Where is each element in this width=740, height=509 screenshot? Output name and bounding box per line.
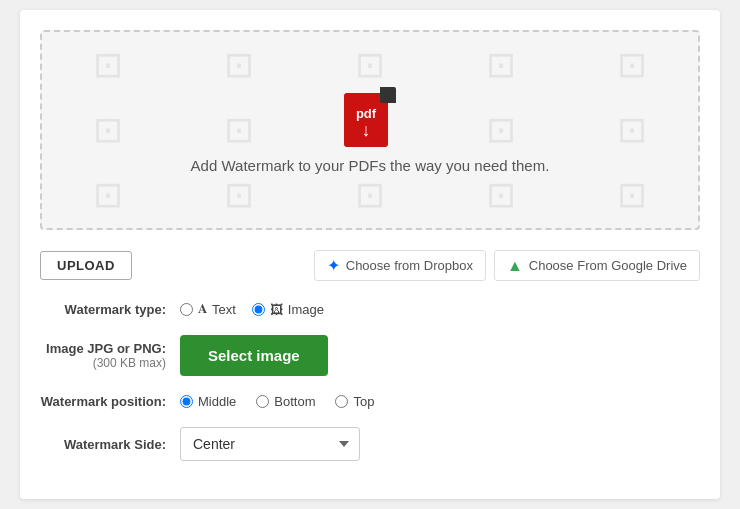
image-icon: 🖼: [270, 302, 283, 317]
watermark-type-image-label: Image: [288, 302, 324, 317]
watermark-type-text-radio[interactable]: [180, 303, 193, 316]
pdf-fold: [380, 87, 396, 103]
watermark-position-row: Watermark position: Middle Bottom Top: [40, 394, 700, 409]
dropbox-button[interactable]: ✦ Choose from Dropbox: [314, 250, 486, 281]
watermark-side-select[interactable]: Center Left Right: [180, 427, 360, 461]
image-jpg-png-row: Image JPG or PNG: (300 KB max) Select im…: [40, 335, 700, 376]
text-icon: 𝐀: [198, 301, 207, 317]
main-container: ⊡ ⊡ ⊡ ⊡ ⊡ ⊡ ⊡ ⊡ ⊡ ⊡ ⊡ ⊡ ⊡ ⊡ ⊡ pdf ↓: [20, 10, 720, 499]
position-bottom-radio[interactable]: [256, 395, 269, 408]
watermark-type-row: Watermark type: 𝐀 Text 🖼 Image: [40, 301, 700, 317]
position-middle[interactable]: Middle: [180, 394, 236, 409]
form-section: Watermark type: 𝐀 Text 🖼 Image Image JPG…: [20, 293, 720, 499]
cloud-buttons: ✦ Choose from Dropbox ▲ Choose From Goog…: [314, 250, 700, 281]
position-top-radio[interactable]: [335, 395, 348, 408]
watermark-type-image-option[interactable]: 🖼 Image: [252, 302, 324, 317]
watermark-type-image-radio[interactable]: [252, 303, 265, 316]
gdrive-icon: ▲: [507, 257, 523, 275]
watermark-type-label: Watermark type:: [40, 302, 180, 317]
gdrive-button[interactable]: ▲ Choose From Google Drive: [494, 250, 700, 281]
watermark-side-label: Watermark Side:: [40, 437, 180, 452]
upload-button[interactable]: UPLOAD: [40, 251, 132, 280]
dropzone[interactable]: ⊡ ⊡ ⊡ ⊡ ⊡ ⊡ ⊡ ⊡ ⊡ ⊡ ⊡ ⊡ ⊡ ⊡ ⊡ pdf ↓: [40, 30, 700, 230]
watermark-side-select-wrapper: Center Left Right: [180, 427, 360, 461]
bg-icon-6: ⊡: [42, 97, 173, 162]
watermark-position-label: Watermark position:: [40, 394, 180, 409]
bg-icon-10: ⊡: [567, 97, 698, 162]
position-top[interactable]: Top: [335, 394, 374, 409]
position-top-label: Top: [353, 394, 374, 409]
image-jpg-png-label: Image JPG or PNG: (300 KB max): [40, 341, 180, 370]
dropbox-icon: ✦: [327, 256, 340, 275]
watermark-side-row: Watermark Side: Center Left Right: [40, 427, 700, 461]
watermark-position-group: Middle Bottom Top: [180, 394, 374, 409]
pdf-text: pdf: [356, 106, 376, 121]
position-middle-label: Middle: [198, 394, 236, 409]
select-image-button[interactable]: Select image: [180, 335, 328, 376]
dropzone-content: pdf ↓ Add Watermark to your PDFs the way…: [191, 87, 550, 174]
watermark-type-text-option[interactable]: 𝐀 Text: [180, 301, 236, 317]
bg-icon-1: ⊡: [42, 32, 173, 97]
pdf-icon: pdf ↓: [344, 87, 396, 147]
bg-icon-11: ⊡: [42, 163, 173, 228]
position-middle-radio[interactable]: [180, 395, 193, 408]
gdrive-label: Choose From Google Drive: [529, 258, 687, 273]
position-bottom-label: Bottom: [274, 394, 315, 409]
dropbox-label: Choose from Dropbox: [346, 258, 473, 273]
toolbar: UPLOAD ✦ Choose from Dropbox ▲ Choose Fr…: [20, 250, 720, 293]
watermark-type-radio-group: 𝐀 Text 🖼 Image: [180, 301, 324, 317]
position-bottom[interactable]: Bottom: [256, 394, 315, 409]
dropzone-label: Add Watermark to your PDFs the way you n…: [191, 157, 550, 174]
watermark-type-text-label: Text: [212, 302, 236, 317]
pdf-arrow-icon: ↓: [361, 121, 370, 139]
bg-icon-15: ⊡: [567, 163, 698, 228]
bg-icon-5: ⊡: [567, 32, 698, 97]
